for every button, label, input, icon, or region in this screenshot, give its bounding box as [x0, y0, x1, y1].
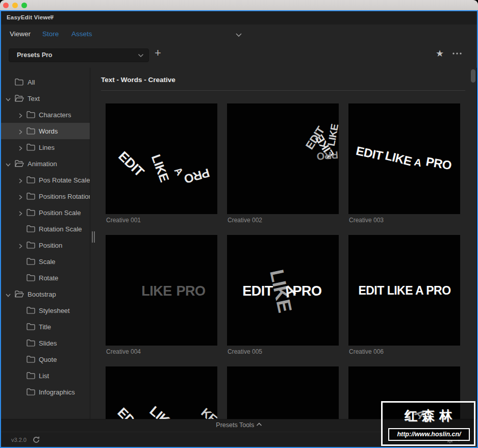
chevron-spacer	[17, 373, 23, 379]
preset-thumbnail[interactable]: EDITLIKEAPRO	[348, 103, 460, 214]
add-collection-button[interactable]: +	[155, 46, 161, 60]
chevron-spacer	[17, 356, 23, 362]
folder-icon	[27, 274, 35, 281]
sidebar-item-infographics[interactable]: Infographics	[0, 384, 90, 400]
sidebar-item-label: Infographics	[39, 388, 75, 396]
chevron-right-icon[interactable]	[17, 128, 23, 134]
more-options-icon[interactable]	[452, 52, 463, 55]
panel-header: EasyEdit Viewer ≡	[0, 11, 478, 24]
sidebar-item-rotate[interactable]: Rotate	[0, 270, 90, 286]
preset-tile-creative-004[interactable]: LIKEPRO Creative 004	[106, 235, 217, 346]
chevron-right-icon[interactable]	[17, 177, 23, 183]
folder-icon	[27, 257, 35, 265]
sidebar-item-all[interactable]: All	[0, 74, 90, 90]
folder-icon	[27, 241, 35, 249]
sidebar-item-title[interactable]: Title	[0, 319, 90, 335]
chevron-down-icon[interactable]	[5, 291, 11, 297]
scrollbar-thumb[interactable]	[471, 69, 475, 83]
chevron-right-icon[interactable]	[17, 144, 23, 150]
folder-icon	[27, 127, 35, 135]
chevron-right-icon[interactable]	[17, 209, 23, 216]
preset-thumbnail[interactable]: EDIT LIKE A PRO	[348, 235, 460, 346]
sidebar-item-position[interactable]: Position	[0, 237, 90, 253]
preset-collection-dropdown[interactable]: Presets Pro	[9, 48, 149, 62]
sidebar-item-list[interactable]: List	[0, 367, 90, 384]
sidebar-item-position-scale[interactable]: Position Scale	[0, 204, 90, 221]
sidebar-item-lines[interactable]: Lines	[0, 139, 90, 155]
panel-focus-border-left	[0, 11, 1, 448]
preview-word: LIKE	[148, 152, 172, 184]
sidebar-item-scale[interactable]: Scale	[0, 253, 90, 270]
preset-thumbnail[interactable]: EDITLIKEKE	[106, 366, 217, 419]
preview-word: PRO	[425, 154, 453, 173]
sidebar-item-positions-rotation[interactable]: Positions Rotation	[0, 188, 90, 204]
preview-word: LIKE	[141, 283, 172, 299]
sidebar-item-characters[interactable]: Characters	[0, 107, 90, 123]
sidebar-item-text[interactable]: Text	[0, 90, 90, 107]
preset-thumbnail[interactable]: LIKEAEDITPRO	[227, 235, 339, 346]
preset-thumbnail[interactable]	[227, 366, 339, 419]
sidebar-item-label: Characters	[39, 111, 71, 119]
preset-thumbnail[interactable]: EDITLIKEAPRO	[106, 103, 217, 214]
preset-label: Creative 005	[228, 348, 262, 355]
sidebar-item-label: Words	[39, 127, 58, 135]
chevron-down-icon[interactable]	[5, 161, 11, 167]
folder-tree-sidebar: All Text Characters Words Lines Animatio…	[0, 68, 90, 419]
sidebar-item-bootstrap[interactable]: Bootstrap	[0, 286, 90, 302]
sidebar-item-rotation-scale[interactable]: Rotation Scale	[0, 221, 90, 237]
chevron-down-icon[interactable]	[5, 95, 11, 101]
version-label: v3.2.0	[11, 437, 27, 443]
chevron-spacer	[17, 307, 23, 313]
preview-word: EDIT	[355, 144, 384, 163]
panel-resize-grip[interactable]	[92, 231, 96, 244]
preset-tile-creative-003[interactable]: EDITLIKEAPRO Creative 003	[348, 103, 460, 214]
traffic-light-close[interactable]	[3, 3, 9, 8]
preset-tile-creative-005[interactable]: LIKEAEDITPRO Creative 005	[227, 235, 339, 346]
sidebar-item-label: Slides	[39, 339, 57, 347]
refresh-icon[interactable]	[32, 436, 40, 444]
sidebar-item-pos-rotate-scale[interactable]: Pos Rotate Scale	[0, 172, 90, 188]
preset-tile-row3-col1[interactable]: EDITLIKEKE	[106, 366, 217, 419]
traffic-light-zoom[interactable]	[21, 3, 27, 8]
chevron-down-icon[interactable]	[235, 33, 242, 37]
vertical-scrollbar[interactable]	[470, 68, 476, 419]
preset-thumbnail[interactable]: LIKEPRO	[106, 235, 217, 346]
sidebar-item-animation[interactable]: Animation	[0, 155, 90, 172]
preview-word: LIKE	[146, 403, 179, 419]
chevron-right-icon[interactable]	[17, 112, 23, 118]
sidebar-item-label: Pos Rotate Scale	[39, 176, 90, 184]
sidebar-item-stylesheet[interactable]: Stylesheet	[0, 302, 90, 319]
preset-dropdown-value: Presets Pro	[17, 49, 52, 62]
preset-tile-row3-col2[interactable]	[227, 366, 339, 419]
watermark-url: http://www.hoslin.cn/	[388, 428, 470, 441]
traffic-light-minimize[interactable]	[12, 3, 18, 8]
folder-icon	[27, 372, 35, 379]
folder-icon	[27, 388, 35, 396]
sidebar-item-quote[interactable]: Quote	[0, 351, 90, 367]
sidebar-item-label: Text	[28, 95, 40, 102]
chevron-spacer	[17, 258, 23, 265]
sidebar-item-label: Rotate	[39, 274, 58, 282]
hamburger-menu-icon[interactable]: ≡	[50, 13, 54, 20]
chevron-right-icon[interactable]	[17, 242, 23, 248]
folder-icon	[27, 208, 35, 216]
sidebar-item-slides[interactable]: Slides	[0, 335, 90, 351]
preset-tile-creative-006[interactable]: EDIT LIKE A PRO Creative 006	[348, 235, 460, 346]
sidebar-item-label: Animation	[28, 160, 57, 168]
preset-thumbnail[interactable]: EDITLIKEPROLIKE	[227, 103, 339, 214]
tab-viewer[interactable]: Viewer	[10, 30, 31, 38]
chevron-right-icon[interactable]	[17, 193, 23, 199]
preset-tile-creative-002[interactable]: EDITLIKEPROLIKE Creative 002	[227, 103, 339, 214]
preset-tile-creative-001[interactable]: EDITLIKEAPRO Creative 001	[106, 103, 217, 214]
tab-assets[interactable]: Assets	[71, 30, 92, 38]
folder-open-icon	[15, 160, 23, 167]
favorite-star-icon[interactable]: ★	[436, 48, 444, 59]
sidebar-item-label: Rotation Scale	[39, 225, 82, 233]
sidebar-item-label: Position	[39, 242, 62, 249]
preset-label: Creative 004	[106, 348, 141, 355]
sidebar-item-words[interactable]: Words	[0, 123, 90, 139]
panel-focus-border-top	[0, 10, 478, 11]
folder-open-icon	[15, 290, 23, 298]
folder-icon	[27, 339, 35, 347]
tab-store[interactable]: Store	[42, 30, 59, 38]
